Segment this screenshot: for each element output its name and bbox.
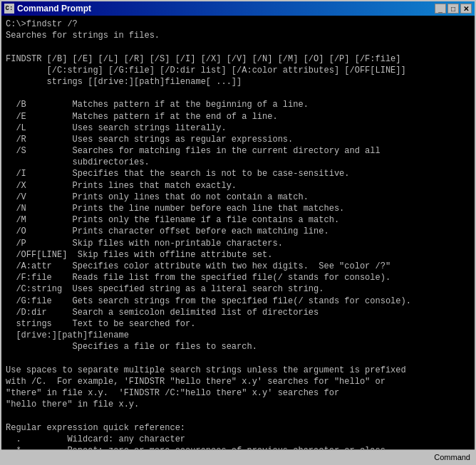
title-bar: C: Command Prompt _ □ ✕ xyxy=(1,1,475,16)
window-title: Command Prompt xyxy=(17,4,91,14)
window-icon: C: xyxy=(4,4,14,14)
maximize-button[interactable]: □ xyxy=(447,4,459,14)
status-label: Command xyxy=(434,453,470,461)
terminal-content[interactable]: C:\>findstr /? Searches for strings in f… xyxy=(1,16,475,449)
title-bar-left: C: Command Prompt xyxy=(4,4,91,14)
status-bar: Command xyxy=(1,449,475,464)
command-prompt-window: C: Command Prompt _ □ ✕ C:\>findstr /? S… xyxy=(0,0,476,465)
close-button[interactable]: ✕ xyxy=(460,4,472,14)
minimize-button[interactable]: _ xyxy=(435,4,446,14)
title-buttons: _ □ ✕ xyxy=(435,4,472,14)
